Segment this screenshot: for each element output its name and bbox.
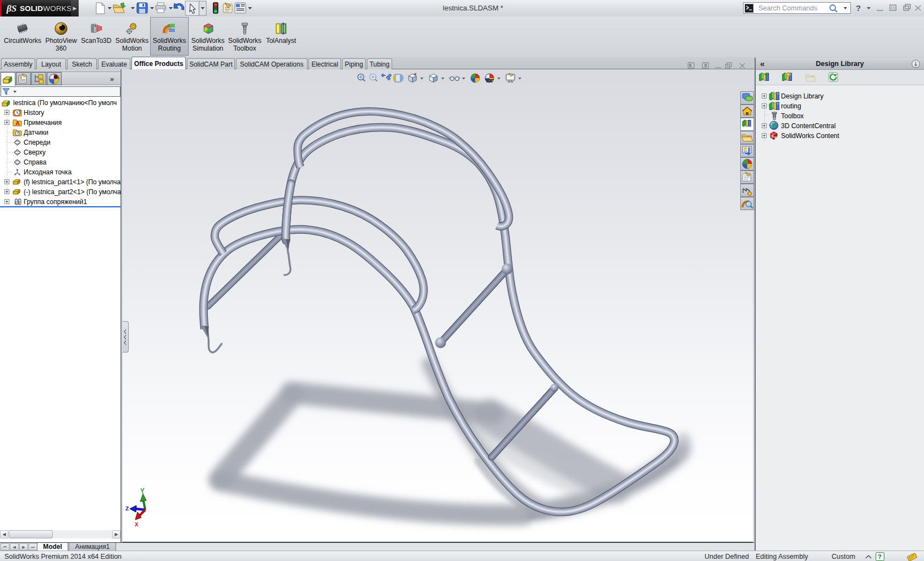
svg-text:?: ? — [856, 3, 861, 13]
svg-text:X: X — [135, 521, 139, 528]
svg-text:βS: βS — [6, 3, 16, 14]
svg-text:?: ? — [878, 553, 882, 560]
svg-text:SOLIDWORKS: SOLIDWORKS — [20, 4, 71, 13]
svg-text:A: A — [15, 120, 20, 127]
svg-text:Z: Z — [125, 505, 129, 512]
